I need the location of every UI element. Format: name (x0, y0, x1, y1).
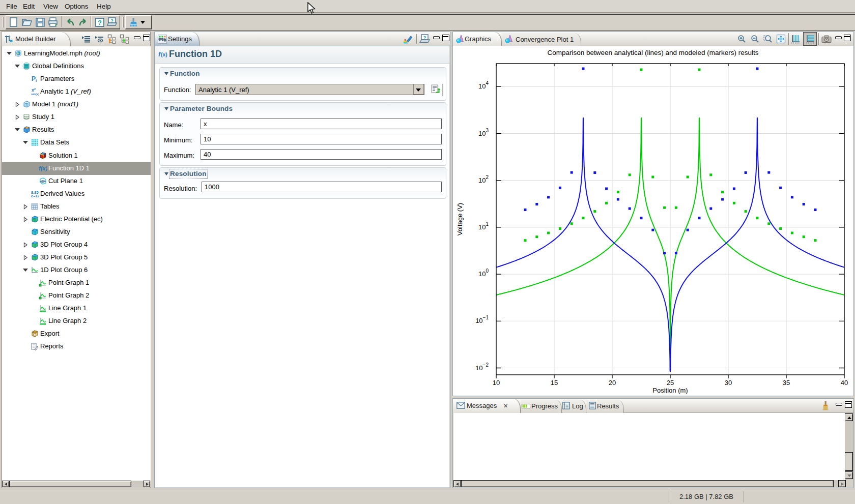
svg-text:25: 25 (667, 379, 674, 387)
svg-text:i: i (36, 78, 37, 83)
svg-text:?: ? (423, 35, 426, 40)
svg-text:35: 35 (783, 379, 790, 387)
svg-text:Voltage (V): Voltage (V) (456, 203, 464, 235)
svg-text:10: 10 (493, 379, 500, 387)
svg-text:x²: x² (32, 87, 36, 93)
svg-text:20: 20 (609, 379, 616, 387)
svg-text:?: ? (98, 19, 102, 26)
svg-text:30: 30 (725, 379, 732, 387)
svg-text:(x): (x) (161, 51, 167, 57)
svg-text:sin(x): sin(x) (31, 93, 39, 96)
svg-text:Comparison between analytical: Comparison between analytical (lines) an… (548, 49, 759, 56)
svg-text:P: P (32, 75, 36, 82)
svg-text:?: ? (110, 18, 113, 23)
svg-text:f(x): f(x) (39, 165, 47, 171)
svg-text:Position (m): Position (m) (652, 387, 688, 394)
svg-text:40: 40 (841, 379, 848, 387)
svg-text:e–12: e–12 (31, 194, 39, 198)
svg-text:15: 15 (551, 379, 558, 387)
